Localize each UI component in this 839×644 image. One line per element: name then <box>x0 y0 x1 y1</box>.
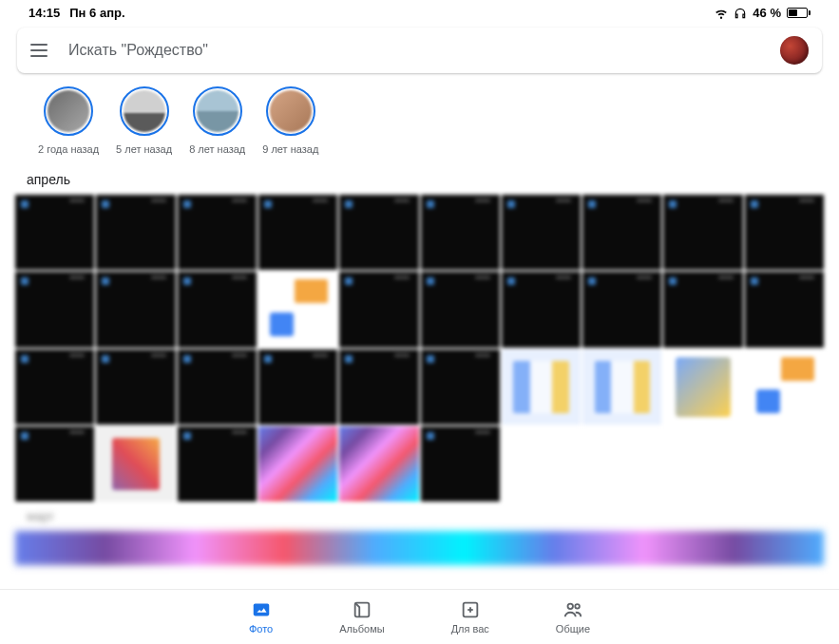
memory-item[interactable]: 8 лет назад <box>189 86 245 155</box>
nav-photos[interactable]: Фото <box>249 599 273 635</box>
nav-for-you[interactable]: Для вас <box>451 599 489 635</box>
photo-thumb[interactable] <box>421 195 500 270</box>
bottom-nav: Фото Альбомы Для вас Общие <box>0 589 839 644</box>
section-month: апрель <box>0 162 839 195</box>
battery-percent: 46 % <box>753 6 781 20</box>
photo-thumb[interactable] <box>582 195 661 270</box>
status-time: 14:15 <box>29 6 60 20</box>
svg-point-6 <box>575 604 580 609</box>
photo-thumb[interactable] <box>745 350 824 425</box>
photo-thumb[interactable] <box>421 350 500 425</box>
photo-thumb[interactable] <box>258 426 337 502</box>
photo-thumb[interactable] <box>421 426 500 502</box>
search-input[interactable]: Искать "Рождество" <box>68 42 780 59</box>
photo-thumb[interactable] <box>502 272 581 347</box>
photo-thumb[interactable] <box>339 426 418 502</box>
nav-sharing[interactable]: Общие <box>556 599 590 635</box>
memory-item[interactable]: 2 года назад <box>38 86 99 155</box>
photos-icon <box>251 599 272 620</box>
status-bar: 14:15 Пн 6 апр. 46 % <box>0 0 839 24</box>
nav-label: Для вас <box>451 623 489 635</box>
photo-thumb[interactable] <box>178 195 257 270</box>
photo-thumb[interactable] <box>178 272 257 347</box>
photo-thumb[interactable] <box>339 195 418 270</box>
photo-thumb <box>502 426 581 502</box>
memory-label: 2 года назад <box>38 143 99 155</box>
nav-label: Альбомы <box>339 623 384 635</box>
photo-thumb[interactable] <box>502 195 581 270</box>
battery-icon <box>787 8 810 18</box>
account-avatar[interactable] <box>780 36 809 65</box>
memories-row: 2 года назад 5 лет назад 8 лет назад 9 л… <box>0 83 839 162</box>
photo-thumb <box>582 426 661 502</box>
memory-label: 9 лет назад <box>262 143 318 155</box>
memory-label: 8 лет назад <box>189 143 245 155</box>
photo-thumb <box>663 426 742 502</box>
sharing-icon <box>563 599 583 620</box>
photo-thumb[interactable] <box>178 426 257 502</box>
for-you-icon <box>460 599 481 620</box>
photo-thumb[interactable] <box>96 350 175 425</box>
photo-thumb[interactable] <box>421 272 500 347</box>
status-date: Пн 6 апр. <box>69 6 124 20</box>
photo-thumb[interactable] <box>178 350 257 425</box>
photo-thumb[interactable] <box>663 272 742 347</box>
nav-albums[interactable]: Альбомы <box>339 599 384 635</box>
photo-thumb[interactable] <box>582 350 661 425</box>
memory-label: 5 лет назад <box>116 143 172 155</box>
photo-thumb[interactable] <box>663 350 742 425</box>
svg-rect-0 <box>253 604 269 616</box>
section-next: март <box>0 502 839 531</box>
photo-thumb[interactable] <box>96 195 175 270</box>
photo-thumb[interactable] <box>339 272 418 347</box>
photo-thumb[interactable] <box>663 195 742 270</box>
headphones-icon <box>734 7 747 20</box>
wifi-icon <box>715 7 728 20</box>
photo-thumb[interactable] <box>745 272 824 347</box>
photo-grid <box>0 195 839 502</box>
memory-item[interactable]: 9 лет назад <box>262 86 318 155</box>
photo-thumb[interactable] <box>15 426 94 502</box>
photo-thumb[interactable] <box>745 195 824 270</box>
photo-thumb[interactable] <box>15 272 94 347</box>
photo-thumb[interactable] <box>339 350 418 425</box>
photo-thumb[interactable] <box>15 350 94 425</box>
photo-thumb[interactable] <box>582 272 661 347</box>
svg-point-5 <box>567 604 573 610</box>
photo-thumb[interactable] <box>258 195 337 270</box>
nav-label: Фото <box>249 623 273 635</box>
albums-icon <box>352 599 372 620</box>
menu-icon[interactable] <box>30 44 48 57</box>
photo-thumb[interactable] <box>96 272 175 347</box>
photo-thumb[interactable] <box>96 426 175 502</box>
photo-thumb[interactable] <box>258 272 337 347</box>
photo-thumb[interactable] <box>15 195 94 270</box>
photo-thumb[interactable] <box>502 350 581 425</box>
search-bar[interactable]: Искать "Рождество" <box>17 28 822 73</box>
photo-thumb <box>745 426 824 502</box>
memory-item[interactable]: 5 лет назад <box>116 86 172 155</box>
photo-row[interactable] <box>15 531 824 565</box>
nav-label: Общие <box>556 623 590 635</box>
photo-thumb[interactable] <box>258 350 337 425</box>
